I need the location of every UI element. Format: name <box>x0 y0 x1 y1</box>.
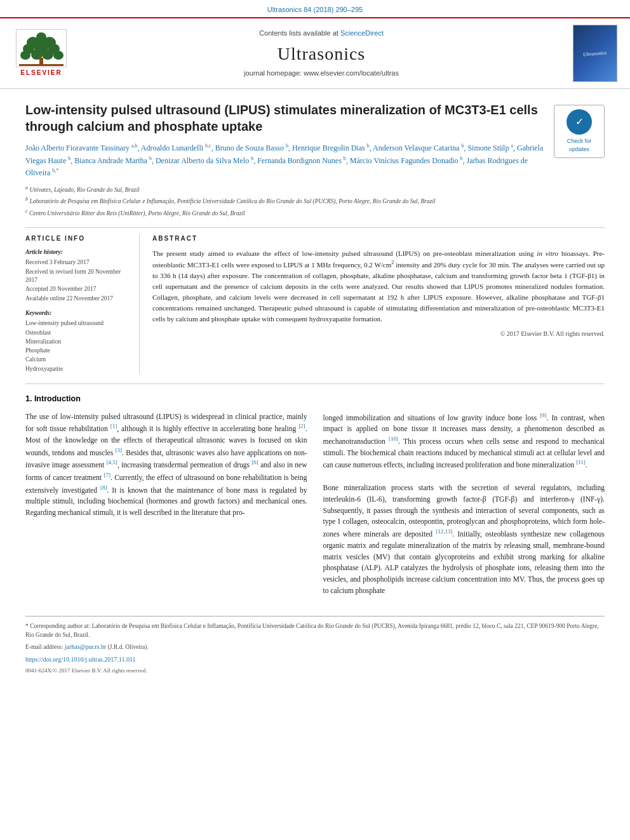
elsevier-logo-container: ELSEVIER <box>13 29 70 77</box>
affiliation-c: c Centro Universitário Ritter dos Reis (… <box>25 208 605 218</box>
ref-4-5[interactable]: [4,5] <box>107 459 117 465</box>
keyword-osteoblast: Osteoblast <box>25 329 130 337</box>
body-section: 1. Introduction The use of low-intensity… <box>25 394 605 597</box>
ref-2[interactable]: [2] <box>298 423 305 429</box>
body-col-right: longed immobilization and situations of … <box>323 411 605 597</box>
available-online-date: Available online 22 November 2017 <box>25 295 130 303</box>
ref-8[interactable]: [8] <box>100 484 107 491</box>
journal-homepage-line: journal homepage: www.elsevier.com/locat… <box>83 69 560 78</box>
article-title: Low-intensity pulsed ultrasound (LIPUS) … <box>25 102 605 135</box>
header-center-content: Contents lists available at ScienceDirec… <box>83 29 560 78</box>
received-date: Received 3 February 2017 <box>25 258 130 267</box>
received-revised-date: Received in revised form 20 November 201… <box>25 268 130 285</box>
corresponding-author-note: * Corresponding author at: Laboratório d… <box>25 622 605 640</box>
elsevier-brand-text: ELSEVIER <box>20 69 62 77</box>
article-history-label: Article history: <box>25 248 130 257</box>
section1-title-text: 1. Introduction <box>25 394 81 403</box>
authors-line: João Alberto Fioravante Tassinary a,b, A… <box>25 142 605 179</box>
journal-header-bar: ELSEVIER Contents lists available at Sci… <box>0 17 630 89</box>
sciencedirect-availability: Contents lists available at ScienceDirec… <box>83 29 560 38</box>
keyword-mineralization: Mineralization <box>25 338 130 346</box>
check-for-updates-badge[interactable]: ✓ Check for updates <box>554 105 605 157</box>
ref-7[interactable]: [7] <box>104 472 111 478</box>
svg-rect-11 <box>19 64 64 66</box>
abstract-heading: ABSTRACT <box>152 234 605 243</box>
abstract-body: The present study aimed to evaluate the … <box>152 248 605 324</box>
article-info-heading: ARTICLE INFO <box>25 234 130 243</box>
introduction-heading: 1. Introduction <box>25 394 605 405</box>
article-history: Article history: Received 3 February 201… <box>25 248 130 303</box>
section-divider <box>25 383 605 384</box>
body-columns: The use of low-intensity pulsed ultrasou… <box>25 411 605 597</box>
article-info-abstract-section: ARTICLE INFO Article history: Received 3… <box>25 227 605 374</box>
check-updates-label: Check for updates <box>567 138 592 152</box>
keywords-section: Keywords: Low-intensity pulsed ultrasoun… <box>25 309 130 373</box>
affiliation-a: a Univates, Lajeado, Rio Grande do Sul, … <box>25 184 605 194</box>
doi-link[interactable]: https://doi.org/10.1016/j.ultras.2017.11… <box>25 656 136 663</box>
paper-title-area: ✓ Check for updates Low-intensity pulsed… <box>25 102 605 135</box>
ref-10[interactable]: [10] <box>389 436 398 442</box>
journal-citation: Ultrasonics 84 (2018) 290–295 <box>267 6 363 13</box>
doi-line: https://doi.org/10.1016/j.ultras.2017.11… <box>25 655 605 664</box>
keyword-calcium: Calcium <box>25 356 130 364</box>
homepage-text: journal homepage: www.elsevier.com/locat… <box>244 69 399 77</box>
email-label-text: E-mail address: <box>25 644 65 650</box>
ref-11[interactable]: [11] <box>576 459 586 465</box>
with-text: with <box>262 315 274 323</box>
ref-3[interactable]: [3] <box>116 447 123 453</box>
paper-container: ✓ Check for updates Low-intensity pulsed… <box>0 89 630 687</box>
svg-point-9 <box>53 51 64 60</box>
email-note: E-mail address: jarhas@pucrs.br (J.R.d. … <box>25 642 605 651</box>
svg-point-6 <box>20 51 30 60</box>
affiliation-b: b Laboratório de Pesquisa em Biofísica C… <box>25 196 605 206</box>
elsevier-tree-logo <box>16 29 67 67</box>
journal-citation-bar: Ultrasonics 84 (2018) 290–295 <box>0 0 630 17</box>
keywords-heading: Keywords: <box>25 309 130 317</box>
keyword-phosphate: Phosphate <box>25 347 130 355</box>
abstract-panel: ABSTRACT The present study aimed to eval… <box>152 234 605 374</box>
ref-9[interactable]: [9] <box>540 412 547 418</box>
email-link[interactable]: jarhas@pucrs.br <box>65 643 107 650</box>
copyright-notice: © 2017 Elsevier B.V. All rights reserved… <box>152 330 605 338</box>
ref-12-13[interactable]: [12,13] <box>436 528 452 535</box>
journal-main-title: Ultrasonics <box>83 41 560 66</box>
keyword-hydroxyapatite: Hydroxyapatite <box>25 365 130 373</box>
article-info-panel: ARTICLE INFO Article history: Received 3… <box>25 234 140 374</box>
issn-line: 0041-624X/© 2017 Elsevier B.V. All right… <box>25 667 605 675</box>
cover-label: Ultrasonics <box>583 49 607 58</box>
sciencedirect-link[interactable]: ScienceDirect <box>340 29 384 37</box>
ultrasonics-cover-image: Ultrasonics <box>573 25 617 82</box>
email-author: (J.R.d. Oliveira). <box>108 644 149 650</box>
footnote-section: * Corresponding author at: Laboratório d… <box>25 616 605 675</box>
ref-6[interactable]: [6] <box>251 459 258 465</box>
contents-lists-text: Contents lists available at <box>259 29 338 37</box>
keyword-lipus: Low-intensity pulsed ultrasound <box>25 319 130 328</box>
body-col-left: The use of low-intensity pulsed ultrasou… <box>25 411 307 597</box>
svg-point-8 <box>42 50 53 60</box>
svg-rect-10 <box>39 58 43 64</box>
affiliations-block: a Univates, Lajeado, Rio Grande do Sul, … <box>25 184 605 218</box>
accepted-date: Accepted 20 November 2017 <box>25 285 130 293</box>
ref-1[interactable]: [1] <box>111 423 117 429</box>
